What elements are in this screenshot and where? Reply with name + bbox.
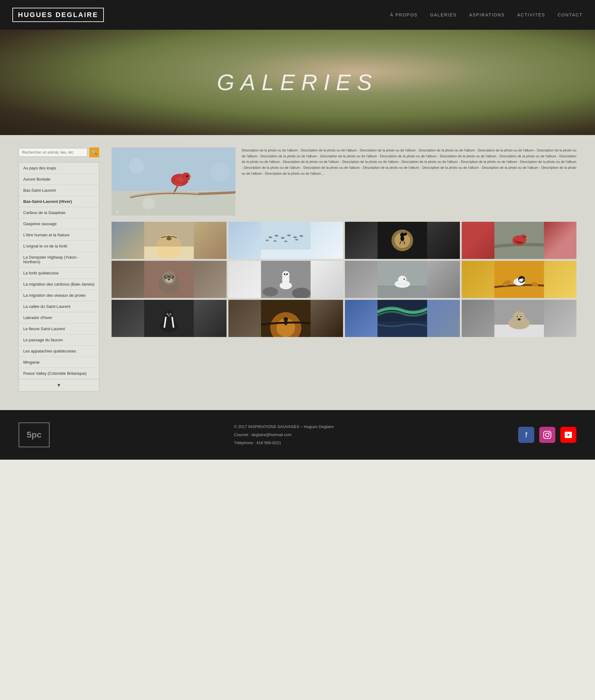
svg-point-35 (404, 233, 407, 236)
list-item[interactable]: Au pays des loups (19, 163, 99, 174)
list-item[interactable]: Le passage du faucon (19, 334, 99, 346)
footer-phone-label: Téléphone : (234, 440, 255, 445)
nav-links: À PROPOS GALERIES ASPIRATIONS ACTIVITÉS … (390, 12, 583, 17)
svg-point-23 (300, 235, 303, 237)
thumbnail[interactable] (112, 222, 227, 259)
list-item[interactable]: Bas-Saint-Laurent (19, 185, 99, 196)
thumbnail[interactable] (112, 300, 227, 337)
footer: 5pc © 2017 INSPIRATIONS SAUVAGES – Hugue… (0, 410, 595, 460)
svg-point-9 (143, 197, 155, 209)
svg-point-50 (168, 279, 170, 280)
list-item[interactable]: Aurore Boréale (19, 174, 99, 185)
list-item[interactable]: La vallée du Saint-Laurent (19, 301, 99, 312)
thumbnail-grid (112, 222, 576, 337)
list-item[interactable]: Caribou de la Gaspésie (19, 207, 99, 218)
nav-contact[interactable]: CONTACT (558, 12, 583, 17)
gallery-list: Au pays des loups Aurore Boréale Bas-Sai… (19, 162, 99, 391)
nav-activites[interactable]: ACTIVITÉS (517, 12, 545, 17)
svg-point-63 (398, 276, 406, 284)
svg-point-100 (549, 432, 550, 434)
list-item[interactable]: Bas-Saint-Laurent (Hiver) (19, 196, 99, 207)
facebook-icon[interactable]: f (518, 427, 534, 443)
svg-point-24 (265, 240, 269, 241)
list-item[interactable]: L'être humain et la Nature (19, 230, 99, 241)
svg-text:⊕: ⊕ (116, 210, 118, 213)
thumbnail[interactable] (228, 261, 343, 298)
list-item[interactable]: Les appalachies québécoises (19, 346, 99, 357)
svg-rect-88 (377, 321, 427, 337)
svg-point-86 (284, 320, 287, 325)
navigation: HUGUES DEGLAIRE À PROPOS GALERIES ASPIRA… (0, 0, 595, 30)
show-more-button[interactable]: ▼ (19, 379, 99, 391)
search-bar: 🔍 (19, 147, 99, 157)
svg-point-79 (167, 314, 168, 314)
list-item[interactable]: Peace Valley (Colombie Britanique) (19, 368, 99, 379)
thumbnail[interactable] (228, 222, 343, 259)
nav-galeries[interactable]: GALERIES (430, 12, 457, 17)
list-item[interactable]: La Dempster Highway (Yukon - Northern) (19, 252, 99, 268)
nav-aspirations[interactable]: ASPIRATIONS (469, 12, 505, 17)
thumbnail[interactable] (462, 222, 577, 259)
svg-point-92 (513, 311, 525, 324)
svg-point-20 (281, 237, 284, 239)
list-item[interactable]: Le fleuve Saint-Laurent (19, 323, 99, 334)
svg-point-25 (273, 240, 277, 242)
svg-point-39 (524, 237, 525, 238)
thumbnail[interactable] (112, 261, 227, 298)
thumbnail[interactable] (228, 300, 343, 337)
site-logo[interactable]: HUGUES DEGLAIRE (12, 8, 104, 22)
svg-rect-98 (543, 431, 551, 438)
thumbnail[interactable] (345, 261, 460, 298)
svg-point-27 (295, 239, 298, 241)
list-item[interactable]: Labrador d'hiver (19, 312, 99, 323)
youtube-icon[interactable] (560, 427, 576, 443)
footer-phone-number: 418 568-6221 (256, 440, 281, 445)
featured-section: ⊕ Description de la photo ou de l'album … (112, 147, 576, 215)
svg-point-55 (284, 273, 285, 275)
svg-point-26 (284, 241, 287, 242)
search-button[interactable]: 🔍 (89, 147, 99, 157)
svg-point-22 (293, 236, 297, 238)
list-item[interactable]: Gaspésie sauvage (19, 218, 99, 230)
svg-rect-17 (261, 250, 311, 259)
thumbnail[interactable] (345, 222, 460, 259)
svg-point-15 (157, 234, 181, 259)
svg-rect-1 (112, 191, 235, 215)
instagram-icon[interactable] (539, 427, 555, 443)
svg-point-6 (174, 178, 184, 185)
list-item[interactable]: L'orignal le roi de la forêt (19, 241, 99, 252)
svg-point-70 (522, 278, 523, 280)
svg-point-48 (166, 276, 167, 277)
footer-logo: 5pc (19, 422, 50, 447)
footer-phone: Téléphone : 418 568-6221 (234, 439, 334, 447)
footer-info: © 2017 INSPIRATIONS SAUVAGES – Hugues De… (234, 423, 334, 447)
hero-title: GALERIES (217, 70, 378, 95)
nav-a-propos[interactable]: À PROPOS (390, 12, 418, 17)
thumbnail[interactable] (462, 261, 577, 298)
main-content: 🔍 Au pays des loups Aurore Boréale Bas-S… (0, 135, 595, 410)
footer-email-link[interactable]: deglaire@hotmail.com (251, 432, 292, 437)
svg-point-95 (517, 316, 518, 317)
svg-point-19 (275, 235, 278, 237)
list-item[interactable]: Minganie (19, 357, 99, 368)
hero-section: GALERIES (0, 30, 595, 135)
thumbnail[interactable] (462, 300, 577, 337)
thumbnail[interactable] (345, 300, 460, 337)
svg-point-56 (286, 273, 288, 275)
svg-point-58 (262, 287, 278, 296)
svg-point-21 (287, 234, 291, 236)
svg-point-49 (171, 276, 172, 277)
search-input[interactable] (19, 148, 87, 157)
list-item[interactable]: La migration des caribous (Baie-James) (19, 279, 99, 290)
svg-point-32 (400, 236, 404, 241)
list-item[interactable]: La migration des oiseaux de proies (19, 290, 99, 301)
svg-point-5 (186, 175, 188, 177)
svg-point-96 (520, 316, 521, 317)
svg-point-99 (545, 433, 549, 437)
right-panel: ⊕ Description de la photo ou de l'album … (112, 147, 576, 391)
svg-point-18 (268, 236, 272, 238)
footer-copyright: © 2017 INSPIRATIONS SAUVAGES – Hugues De… (234, 423, 334, 431)
list-item[interactable]: La forêt québécoise (19, 268, 99, 279)
featured-image[interactable]: ⊕ (112, 147, 235, 215)
featured-image-svg: ⊕ (112, 147, 235, 215)
